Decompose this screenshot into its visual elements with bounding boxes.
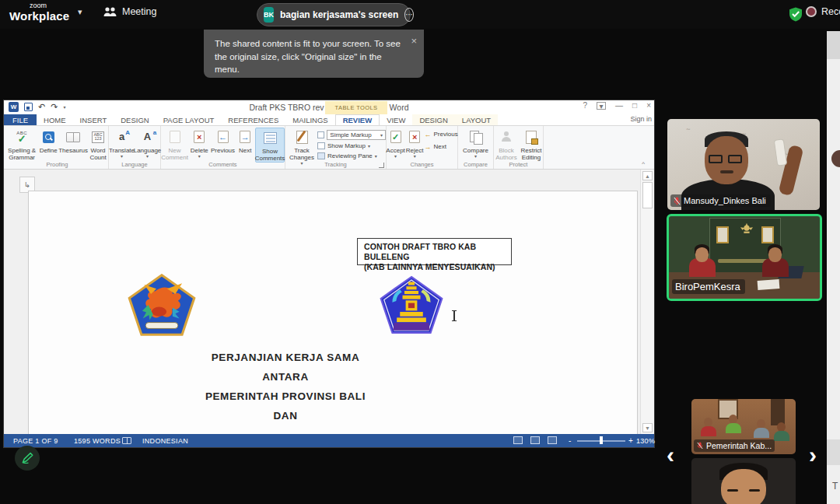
group-label-protect: Protect [494,161,543,168]
tab-references[interactable]: REFERENCES [221,114,285,125]
next-comment-button[interactable]: → Next [236,128,254,163]
translate-button[interactable]: aA Translate ▾ [110,128,135,159]
group-label-compare: Compare [458,161,493,168]
accept-button[interactable]: ✓ Accept ▾ [386,128,404,159]
reviewing-pane-button[interactable]: Reviewing Pane▾ [317,151,386,161]
restrict-editing-button[interactable]: Restrict Editing [520,128,543,161]
document-page[interactable]: CONTOH DRAFT TBRO KAB BULELENG (KAB LAIN… [28,191,638,434]
tab-view[interactable]: VIEW [380,114,412,125]
eyebrow [749,489,760,492]
video-tile-partial[interactable] [691,458,796,504]
next-change-icon: → [425,143,432,151]
chevron-down-icon[interactable]: ▾ [78,7,82,17]
tab-mailings[interactable]: MAILINGS [285,114,334,125]
zoom-top-bar: zoom Workplace ▾ Meeting BK bagian kerja… [0,0,840,29]
tab-file[interactable]: FILE [4,114,37,125]
minimize-icon[interactable]: — [615,102,623,110]
record-control[interactable]: Record [806,6,840,17]
video-tile-biropemkesra[interactable]: BiroPemKesra [667,214,822,301]
delete-comment-button[interactable]: × Delete ▾ [189,128,209,163]
word-count-button[interactable]: ABC123 Word Count [88,128,108,161]
previous-change-button[interactable]: ← Previous [425,129,458,139]
show-comments-button[interactable]: Show Comments [255,128,285,163]
define-button[interactable]: Define [38,128,58,161]
tab-design[interactable]: DESIGN [114,114,156,125]
tab-home[interactable]: HOME [37,114,73,125]
ribbon-group-changes: ✓ Accept ▾ × Reject ▾ ← Previous [387,126,458,169]
previous-comment-button[interactable]: ← Previous [210,128,235,163]
scrollbar-thumb[interactable] [642,182,653,208]
magnifier-icon [43,131,54,143]
mustache [720,170,733,173]
annotate-button[interactable] [15,446,40,471]
page-indicator[interactable]: PAGE 1 OF 9 [13,437,58,445]
word-count-indicator[interactable]: 1595 WORDS [74,437,121,445]
scroll-down-icon[interactable]: ▼ [642,423,653,432]
tab-table-design[interactable]: DESIGN [412,114,454,125]
zoom-in-icon[interactable]: + [628,436,633,445]
wall-frame-left [716,226,729,243]
security-shield-icon[interactable] [789,7,803,22]
block-authors-button: Block Authors [494,128,519,161]
word-status-bar: PAGE 1 OF 9 1595 WORDS INDONESIAN - + 13… [4,434,654,447]
close-icon[interactable]: × [646,102,651,110]
tab-insert[interactable]: INSERT [73,114,114,125]
wall-logo-decor: ~ [686,125,691,133]
video-tile-mansudy[interactable]: ~ ~ ~ Mansudy_Dinkes Bali [667,119,820,210]
comment-page-icon [170,131,180,143]
zoom-out-icon[interactable]: - [569,436,571,445]
gallery-next-icon[interactable]: › [809,443,817,467]
markup-mini-icon [317,131,324,138]
display-for-review-select[interactable]: Simple Markup▾ [317,130,386,140]
document-title-block: PERJANJIAN KERJA SAMA ANTARA PEMERINTAH … [47,352,523,429]
zoom-slider-thumb[interactable] [600,436,603,444]
pencil-icon [20,451,34,465]
tab-page-layout[interactable]: PAGE LAYOUT [156,114,222,125]
gallery-prev-icon[interactable]: ‹ [667,443,674,467]
text-cursor [453,310,455,321]
draft-callout-box[interactable]: CONTOH DRAFT TBRO KAB BULELENG (KAB LAIN… [357,238,512,265]
next-change-button[interactable]: → Next [425,142,458,152]
background-window-header [827,31,840,59]
glasses-right [728,155,742,163]
callout-line2: (KAB LAINNYA MENYESUAIKAN) [364,262,505,272]
print-layout-icon[interactable] [530,436,540,444]
ribbon-group-tracking: Track Changes ▾ Simple Markup▾ Show Mark… [285,126,387,169]
help-icon[interactable]: ? [583,102,588,110]
language-button[interactable]: Aa Language ▾ [135,128,160,159]
document-canvas[interactable]: ↳ CONTOH DRAFT TBRO KAB BULELENG (KAB LA… [4,170,640,434]
read-mode-icon[interactable] [513,436,523,444]
scroll-up-icon[interactable]: ▲ [642,171,653,180]
zoom-percentage[interactable]: 130% [636,437,655,445]
book-icon [66,132,80,142]
vertical-scrollbar[interactable]: ▲ ▼ [640,170,654,434]
meeting-tab[interactable]: Meeting [103,6,156,17]
web-layout-icon[interactable] [548,436,557,444]
sign-in-link[interactable]: Sign in [630,115,652,123]
shared-screen-pill[interactable]: BK bagian kerjasama's screen ⋯ [257,3,411,26]
toast-close-icon[interactable]: × [411,35,417,47]
doc-title-line1: PERJANJIAN KERJA SAMA [47,352,523,371]
restore-icon[interactable]: □ [632,102,637,110]
language-indicator[interactable]: INDONESIAN [142,437,188,445]
collapse-ribbon-icon[interactable]: ^ [642,160,645,167]
thesaurus-button[interactable]: Thesaurus [59,128,87,161]
people-icon [103,6,117,17]
doc-title-line4: DAN [47,410,523,429]
restrict-editing-icon [526,131,537,144]
share-options-ellipsis-icon[interactable]: ⋯ [404,8,414,22]
show-markup-button[interactable]: Show Markup▾ [317,141,386,151]
meeting-label: Meeting [122,6,156,17]
reject-button[interactable]: × Reject ▾ [406,128,424,159]
spelling-grammar-button[interactable]: ABC✓ Spelling & Grammar [6,128,37,161]
attendee-body [774,431,789,441]
track-changes-button[interactable]: Track Changes ▾ [287,128,317,166]
tab-review[interactable]: REVIEW [335,114,380,125]
tab-table-layout[interactable]: LAYOUT [455,114,498,125]
ribbon-options-icon[interactable]: ▾ [597,102,606,110]
ribbon-tab-row: FILE HOME INSERT DESIGN PAGE LAYOUT REFE… [4,114,654,126]
proofing-status-icon[interactable] [122,437,131,444]
compare-button[interactable]: Compare ▾ [460,128,492,159]
change-nav-stack: ← Previous → Next [425,128,458,159]
video-tile-pemerintah-kab[interactable]: Pemerintah Kab... [691,399,796,454]
